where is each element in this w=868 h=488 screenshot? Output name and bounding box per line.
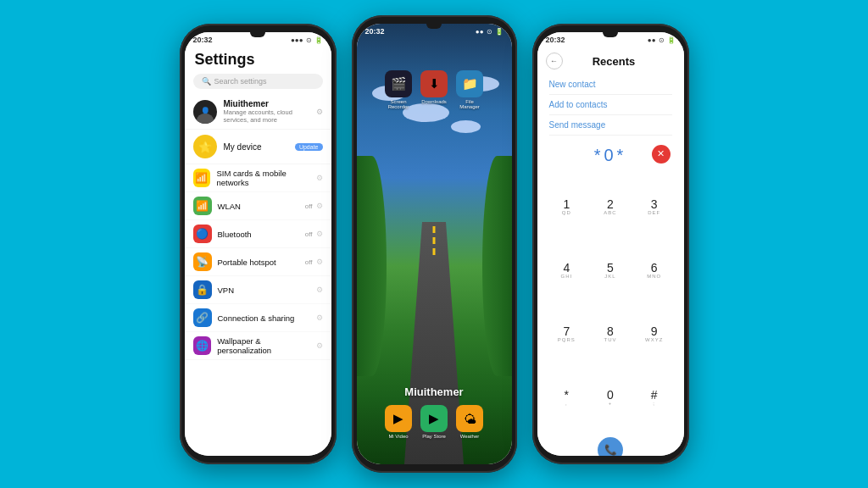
call-button[interactable]: 📞	[598, 437, 623, 456]
dial-key-6[interactable]: 6 MNO	[633, 239, 676, 301]
app-play-store[interactable]: ▶ Play Store	[420, 405, 448, 439]
bluetooth-chevron: ⚙	[316, 230, 323, 238]
dial-num-4: 4	[563, 262, 570, 274]
road-line-mid	[433, 237, 436, 244]
sim-left: 📶 SIM cards & mobile networks	[193, 169, 316, 187]
settings-item-wlan[interactable]: 📶 WLAN off ⚙	[185, 192, 331, 220]
status-icons-1: ●●● ⊙ 🔋	[291, 36, 323, 44]
dial-key-0[interactable]: 0 +	[589, 367, 632, 429]
wlan-chevron: ⚙	[316, 202, 323, 210]
dial-letters-4: GHI	[560, 274, 572, 279]
mi-video-icon: ▶	[385, 405, 412, 432]
dial-key-2[interactable]: 2 ABC	[589, 175, 632, 237]
dial-num-1: 1	[563, 198, 570, 210]
dial-key-1[interactable]: 1 QD	[546, 175, 588, 237]
hotspot-right: off ⚙	[305, 258, 323, 266]
vpn-left: 🔒 VPN	[193, 280, 235, 299]
downloads-label: Downloads	[421, 99, 447, 104]
file-manager-icon: 📁	[456, 70, 483, 97]
dial-key-8[interactable]: 8 TUV	[589, 303, 632, 365]
settings-item-connection[interactable]: 🔗 Connection & sharing ⚙	[185, 304, 331, 332]
app-file-manager[interactable]: 📁 File Manager	[456, 70, 483, 109]
settings-list: 📶 SIM cards & mobile networks ⚙ 📶 WLAN o…	[185, 164, 331, 360]
mi-video-label: Mi Video	[388, 434, 408, 439]
home-screen: 20:32 ●● ⊙ 🔋 🎬 Screen Recorder ⬇ Downloa…	[357, 24, 512, 464]
wp-chevron: ⚙	[316, 341, 323, 350]
new-contact-link[interactable]: New contact	[549, 75, 672, 95]
dial-letters-star: ,	[565, 401, 568, 406]
battery-icon-3: 🔋	[667, 36, 676, 44]
dial-num-9: 9	[651, 325, 658, 337]
conn-left: 🔗 Connection & sharing	[193, 308, 295, 327]
dial-key-star[interactable]: * ,	[546, 367, 588, 429]
dial-key-hash[interactable]: # ;	[633, 367, 676, 429]
dial-num-0: 0	[607, 389, 614, 401]
dial-letters-9: WXYZ	[645, 337, 663, 342]
app-weather[interactable]: 🌤 Weather	[456, 405, 483, 439]
user-profile-item[interactable]: 👤 Miuithemer Manage accounts, cloud serv…	[185, 94, 331, 130]
vpn-chevron: ⚙	[316, 286, 323, 294]
back-button[interactable]: ←	[546, 53, 563, 69]
phone-recents: 20:32 ●● ⊙ 🔋 ← Recents New contact Add t…	[532, 24, 689, 464]
user-name: Miuithemer	[224, 99, 309, 108]
dial-letters-3: DEF	[648, 210, 660, 215]
dial-num-3: 3	[651, 198, 658, 210]
device-item[interactable]: 🌟 My device Update	[185, 130, 331, 164]
app-downloads[interactable]: ⬇ Downloads	[420, 70, 448, 109]
phone-settings: 20:32 ●●● ⊙ 🔋 Settings 🔍 Search settings…	[180, 24, 337, 464]
dial-num-8: 8	[607, 325, 614, 337]
settings-item-wallpaper[interactable]: 🌐 Wallpaper & personalization ⚙	[185, 332, 331, 360]
dial-letters-hash: ;	[653, 401, 655, 406]
add-to-contacts-link[interactable]: Add to contacts	[549, 95, 672, 115]
avatar: 👤	[193, 100, 217, 124]
app-grid-bottom: ▶ Mi Video ▶ Play Store 🌤 Weather	[385, 405, 483, 439]
wlan-left: 📶 WLAN	[193, 197, 241, 215]
hotspot-icon: 📡	[193, 252, 212, 271]
home-time: 20:32	[365, 27, 385, 36]
sim-icon: 📶	[193, 169, 211, 187]
file-manager-label: File Manager	[456, 99, 483, 109]
dial-key-7[interactable]: 7 PQRS	[546, 303, 588, 365]
settings-item-bluetooth[interactable]: 🔵 Bluetooth off ⚙	[185, 220, 331, 248]
dial-key-3[interactable]: 3 DEF	[633, 175, 676, 237]
settings-title: Settings	[185, 46, 331, 72]
dial-key-4[interactable]: 4 GHI	[546, 239, 588, 301]
settings-item-vpn[interactable]: 🔒 VPN ⚙	[185, 276, 331, 304]
play-store-icon: ▶	[420, 405, 448, 432]
wifi-icon: ⊙	[306, 36, 312, 44]
road-line-bot	[433, 248, 436, 255]
dial-letters-0: +	[609, 401, 613, 406]
search-bar[interactable]: 🔍 Search settings	[193, 74, 323, 89]
weather-icon: 🌤	[456, 405, 483, 432]
dial-key-5[interactable]: 5 JKL	[589, 239, 632, 301]
dial-num-7: 7	[563, 325, 570, 337]
wp-icon: 🌐	[193, 336, 212, 355]
weather-label: Weather	[460, 434, 480, 439]
recents-title: Recents	[570, 55, 659, 68]
road-line-top	[433, 226, 436, 233]
dialer-actions: ○ 📞 ○	[537, 432, 684, 456]
dial-letters-2: ABC	[604, 210, 616, 215]
home-screen-wrap: 20:32 ●● ⊙ 🔋 🎬 Screen Recorder ⬇ Downloa…	[357, 24, 512, 464]
app-mi-video[interactable]: ▶ Mi Video	[385, 405, 412, 439]
home-app-name: Miuithemer	[357, 385, 512, 398]
hotspot-sub: off	[305, 258, 313, 266]
dial-key-9[interactable]: 9 WXYZ	[633, 303, 676, 365]
bluetooth-right: off ⚙	[305, 230, 323, 238]
time-1: 20:32	[193, 36, 213, 44]
status-icons-3: ●● ⊙ 🔋	[648, 36, 676, 44]
conn-icon: 🔗	[193, 308, 212, 327]
app-screen-recorder[interactable]: 🎬 Screen Recorder	[385, 70, 412, 109]
settings-item-hotspot[interactable]: 📡 Portable hotspot off ⚙	[185, 248, 331, 276]
send-message-link[interactable]: Send message	[549, 115, 672, 136]
recents-content: ← Recents New contact Add to contacts Se…	[537, 46, 684, 456]
search-placeholder: Search settings	[214, 77, 267, 86]
device-left: 🌟 My device	[193, 135, 262, 158]
wifi-icon-3: ⊙	[659, 36, 665, 44]
settings-item-sim[interactable]: 📶 SIM cards & mobile networks ⚙	[185, 164, 331, 192]
device-name: My device	[224, 142, 262, 152]
tree-left	[357, 156, 387, 376]
delete-button[interactable]: ✕	[652, 145, 670, 164]
screen-recorder-label: Screen Recorder	[385, 99, 412, 109]
wp-label: Wallpaper & personalization	[217, 336, 315, 355]
